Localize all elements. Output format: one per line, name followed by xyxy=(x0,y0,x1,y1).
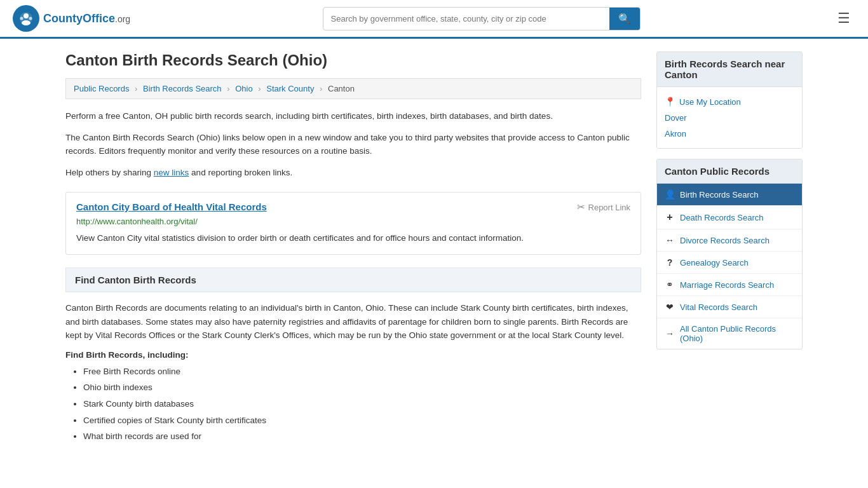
sidebar-item-genealogy[interactable]: ? Genealogy Search xyxy=(657,252,802,274)
content-area: Canton Birth Records Search (Ohio) Publi… xyxy=(65,51,641,445)
genealogy-link[interactable]: Genealogy Search xyxy=(680,258,749,268)
svg-point-4 xyxy=(20,17,24,20)
page-title: Canton Birth Records Search (Ohio) xyxy=(65,51,641,69)
svg-point-5 xyxy=(29,17,32,20)
all-canton-records-link[interactable]: All Canton Public Records (Ohio) xyxy=(680,324,794,343)
intro-para-2: The Canton Birth Records Search (Ohio) l… xyxy=(65,131,641,158)
breadcrumb-sep-2: › xyxy=(227,84,229,93)
sidebar-item-death-records[interactable]: + Death Records Search xyxy=(657,206,802,229)
list-item: Stark County birth databases xyxy=(83,396,641,412)
svg-point-3 xyxy=(22,20,31,25)
resource-title[interactable]: Canton City Board of Health Vital Record… xyxy=(76,201,267,212)
sidebar-canton-records-section: Canton Public Records 👤 Birth Records Se… xyxy=(656,159,803,349)
list-item: Ohio birth indexes xyxy=(83,379,641,396)
akron-link-item[interactable]: Akron xyxy=(665,126,794,142)
sidebar-item-vital-records[interactable]: ❤ Vital Records Search xyxy=(657,296,802,318)
intro-3-pre: Help others by sharing xyxy=(65,168,154,177)
dover-link-item[interactable]: Dover xyxy=(665,110,794,126)
list-item: Free Birth Records online xyxy=(83,363,641,380)
divorce-records-link[interactable]: Divorce Records Search xyxy=(680,236,770,245)
logo-text[interactable]: CountyOffice.org xyxy=(43,12,130,25)
svg-point-2 xyxy=(24,13,29,18)
sidebar-nearby-section: Birth Records Search near Canton 📍 Use M… xyxy=(656,51,803,149)
report-link-button[interactable]: ✂ Report Link xyxy=(577,201,630,213)
breadcrumb-sep-3: › xyxy=(258,84,261,93)
vital-records-link[interactable]: Vital Records Search xyxy=(680,302,757,312)
use-my-location-item[interactable]: 📍 Use My Location xyxy=(665,93,794,110)
genealogy-icon: ? xyxy=(665,257,675,268)
sidebar-item-divorce-records[interactable]: ↔ Divorce Records Search xyxy=(657,229,802,252)
list-item: What birth records are used for xyxy=(83,428,641,445)
menu-icon[interactable]: ☰ xyxy=(832,8,855,29)
all-records-icon: → xyxy=(665,329,675,339)
find-section-desc: Canton Birth Records are documents relat… xyxy=(65,301,641,342)
resource-url[interactable]: http://www.cantonhealth.org/vital/ xyxy=(76,217,630,226)
intro-para-3: Help others by sharing new links and rep… xyxy=(65,166,641,180)
report-link-label: Report Link xyxy=(588,203,630,212)
main-wrapper: Canton Birth Records Search (Ohio) Publi… xyxy=(53,39,815,458)
breadcrumb: Public Records › Birth Records Search › … xyxy=(65,78,641,99)
sidebar-canton-records-title: Canton Public Records xyxy=(657,159,802,184)
breadcrumb-public-records[interactable]: Public Records xyxy=(74,84,129,93)
scissors-icon: ✂ xyxy=(577,201,585,213)
find-list-heading: Find Birth Records, including: xyxy=(65,350,641,360)
death-records-link[interactable]: Death Records Search xyxy=(680,213,764,222)
divorce-records-icon: ↔ xyxy=(665,235,675,245)
breadcrumb-stark-county[interactable]: Stark County xyxy=(266,84,314,93)
find-section-title: Find Canton Birth Records xyxy=(75,274,632,285)
sidebar-nearby-title: Birth Records Search near Canton xyxy=(657,52,802,87)
sidebar: Birth Records Search near Canton 📍 Use M… xyxy=(656,51,803,445)
find-list: Free Birth Records online Ohio birth ind… xyxy=(65,363,641,445)
sidebar-canton-records-menu: 👤 Birth Records Search + Death Records S… xyxy=(657,184,802,349)
sidebar-item-all-canton-records[interactable]: → All Canton Public Records (Ohio) xyxy=(657,318,802,349)
breadcrumb-sep-1: › xyxy=(135,84,137,93)
intro-para-1: Perform a free Canton, OH public birth r… xyxy=(65,109,641,123)
akron-link[interactable]: Akron xyxy=(665,129,686,139)
breadcrumb-sep-4: › xyxy=(320,84,322,93)
header: CountyOffice.org 🔍 ☰ xyxy=(0,0,868,39)
breadcrumb-birth-records[interactable]: Birth Records Search xyxy=(143,84,222,93)
sidebar-item-birth-records[interactable]: 👤 Birth Records Search xyxy=(657,184,802,206)
vital-records-icon: ❤ xyxy=(665,302,675,312)
marriage-records-icon: ⚭ xyxy=(665,280,675,290)
birth-records-label: Birth Records Search xyxy=(680,190,759,200)
dover-link[interactable]: Dover xyxy=(665,113,687,123)
logo-icon xyxy=(13,5,39,32)
location-pin-icon: 📍 xyxy=(665,97,675,107)
logo-area: CountyOffice.org xyxy=(13,5,130,32)
breadcrumb-ohio[interactable]: Ohio xyxy=(235,84,252,93)
search-bar: 🔍 xyxy=(323,7,641,30)
death-records-icon: + xyxy=(665,212,675,223)
use-my-location-link[interactable]: Use My Location xyxy=(679,97,741,107)
resource-card-header: Canton City Board of Health Vital Record… xyxy=(76,201,630,213)
intro-3-post: and reporting broken links. xyxy=(189,168,292,177)
resource-card: Canton City Board of Health Vital Record… xyxy=(65,192,641,255)
marriage-records-link[interactable]: Marriage Records Search xyxy=(680,280,774,290)
resource-desc: View Canton City vital statistics divisi… xyxy=(76,231,630,245)
list-item: Certified copies of Stark County birth c… xyxy=(83,412,641,429)
breadcrumb-canton: Canton xyxy=(328,84,355,93)
new-links-link[interactable]: new links xyxy=(154,168,189,177)
find-section-header: Find Canton Birth Records xyxy=(65,268,641,292)
search-button[interactable]: 🔍 xyxy=(609,8,640,30)
search-input[interactable] xyxy=(323,9,609,29)
sidebar-nearby-body: 📍 Use My Location Dover Akron xyxy=(657,87,802,148)
sidebar-item-marriage-records[interactable]: ⚭ Marriage Records Search xyxy=(657,274,802,296)
birth-records-icon: 👤 xyxy=(665,189,675,200)
